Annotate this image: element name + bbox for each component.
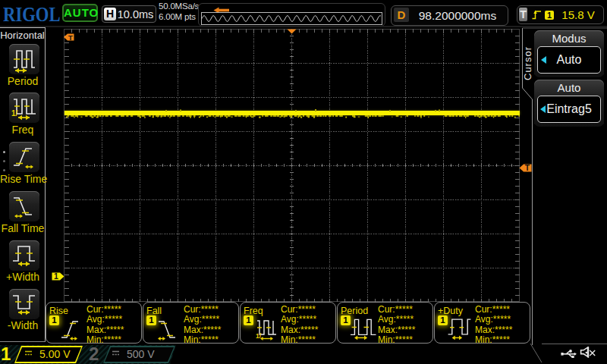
svg-text:1: 1 — [54, 272, 58, 281]
svg-text:T: T — [68, 33, 73, 41]
